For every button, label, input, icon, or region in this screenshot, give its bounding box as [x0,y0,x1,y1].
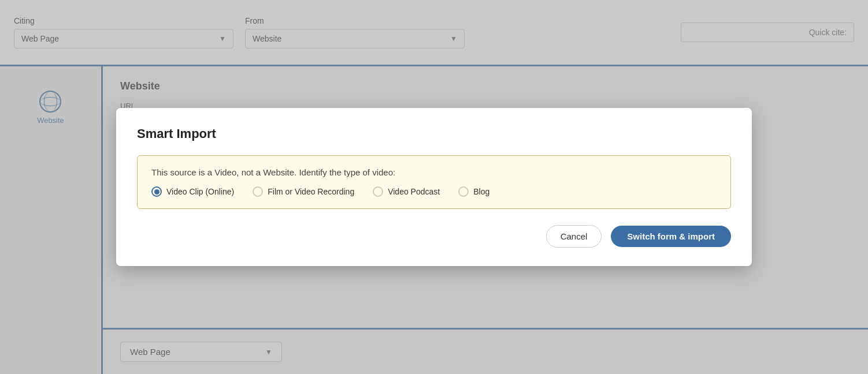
radio-circle-video-clip [151,186,162,197]
radio-label-video-podcast: Video Podcast [388,187,440,196]
radio-circle-blog [458,186,469,197]
switch-import-button[interactable]: Switch form & import [611,226,731,247]
modal-overlay: Smart Import This source is a Video, not… [0,0,868,374]
radio-blog[interactable]: Blog [458,186,489,197]
radio-film-video[interactable]: Film or Video Recording [253,186,354,197]
radio-circle-film-video [253,186,263,197]
video-type-radio-group: Video Clip (Online) Film or Video Record… [151,186,717,197]
radio-label-blog: Blog [473,187,489,196]
radio-video-podcast[interactable]: Video Podcast [373,186,440,197]
radio-video-clip[interactable]: Video Clip (Online) [151,186,234,197]
modal-title: Smart Import [137,126,731,141]
modal-notice-text: This source is a Video, not a Website. I… [151,167,717,177]
smart-import-modal: Smart Import This source is a Video, not… [116,108,752,266]
radio-circle-video-podcast [373,186,383,197]
radio-label-film-video: Film or Video Recording [268,187,354,196]
radio-label-video-clip: Video Clip (Online) [166,187,234,196]
cancel-button[interactable]: Cancel [546,225,602,248]
modal-notice: This source is a Video, not a Website. I… [137,155,731,209]
modal-actions: Cancel Switch form & import [137,225,731,248]
